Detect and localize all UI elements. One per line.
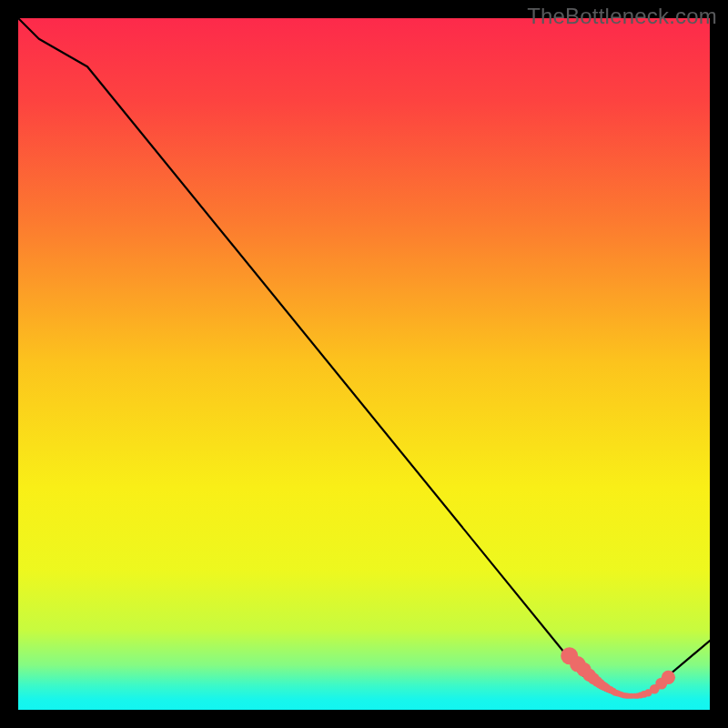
chart-stage: TheBottleneck.com bbox=[0, 0, 728, 728]
chart-background bbox=[18, 18, 710, 710]
watermark-text: TheBottleneck.com bbox=[527, 4, 717, 29]
chart-plot bbox=[18, 18, 710, 710]
marker-dot bbox=[662, 671, 675, 684]
